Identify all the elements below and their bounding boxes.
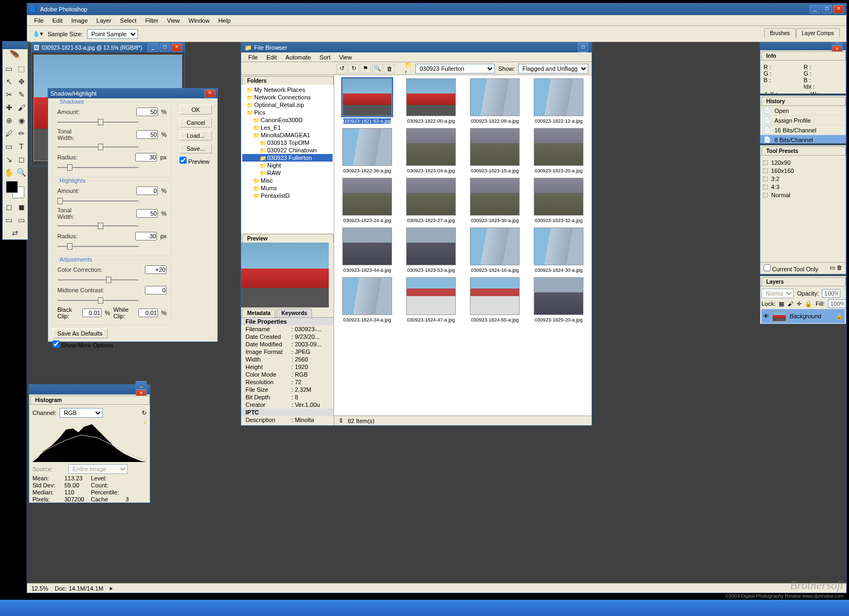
up-folder-icon[interactable]: 📁↑: [404, 62, 412, 75]
thumbnail[interactable]: 030923-1822-36-a.jpg: [336, 127, 398, 175]
lock-all-icon[interactable]: 🔒: [805, 300, 812, 307]
history-item[interactable]: 📄Assign Profile: [760, 116, 846, 125]
tool-10[interactable]: 🖊: [3, 127, 15, 140]
tree-item[interactable]: Network Connections: [242, 93, 333, 101]
history-item[interactable]: 📄Open: [760, 106, 846, 116]
doc-maximize-button[interactable]: □: [160, 43, 170, 52]
save-as-defaults-button[interactable]: Save As Defaults: [52, 329, 108, 338]
shadow-radius-input[interactable]: [135, 153, 157, 162]
tool-3[interactable]: ✥: [15, 75, 28, 88]
color-correction-input[interactable]: [145, 265, 167, 274]
menu-view[interactable]: View: [163, 16, 184, 25]
app-titlebar[interactable]: 🟦 Adobe Photoshop _ □ ×: [27, 3, 846, 15]
tree-item[interactable]: 030923 Fullerton: [242, 154, 333, 162]
tool-8[interactable]: ⊕: [3, 114, 15, 127]
thumbnail[interactable]: 030923-1824-16-a.jpg: [464, 226, 526, 274]
fb-expand-icon[interactable]: ⇕: [339, 417, 343, 424]
close-button[interactable]: ×: [833, 5, 844, 14]
fb-menu-file[interactable]: File: [244, 53, 262, 62]
lock-move-icon[interactable]: ✛: [797, 300, 801, 307]
shadow-tonal-slider[interactable]: [57, 142, 138, 152]
highlight-amount-slider[interactable]: [57, 196, 138, 206]
tool-2[interactable]: ↖: [3, 75, 15, 88]
thumbnail[interactable]: 030923-1823-53-a.jpg: [400, 226, 462, 274]
quickmask-off-icon[interactable]: ◻: [3, 200, 15, 213]
thumbnail[interactable]: 030923-1823-44-a.jpg: [336, 226, 398, 274]
jump-to-icon[interactable]: ⇄: [3, 226, 28, 239]
zoom-level[interactable]: 12.5%: [31, 585, 48, 592]
tree-item[interactable]: Mums: [242, 184, 333, 192]
thumbnail[interactable]: 030923-1824-30-a.jpg: [528, 226, 589, 274]
thumbnail[interactable]: 030923-1823-24-a.jpg: [336, 177, 398, 224]
thumbnail[interactable]: 030923-1823-04-a.jpg: [400, 127, 462, 175]
fb-menu-edit[interactable]: Edit: [263, 53, 281, 62]
tree-item[interactable]: Night: [242, 162, 333, 169]
screenmode-2-icon[interactable]: ▭: [15, 213, 28, 226]
preset-item[interactable]: ⬚ 4:3: [762, 183, 844, 190]
thumbnail[interactable]: 030923-1824-34-a.jpg: [336, 276, 398, 324]
thumbnail[interactable]: 030923-1823-20-a.jpg: [528, 127, 589, 175]
visibility-icon[interactable]: 👁: [763, 313, 769, 319]
tool-16[interactable]: ✋: [3, 166, 15, 179]
filebrowser-titlebar[interactable]: 📁 File Browser _ □ ×: [241, 43, 592, 52]
keywords-tab[interactable]: Keywords: [276, 309, 312, 317]
status-menu-icon[interactable]: ▸: [110, 585, 113, 592]
metadata-tab[interactable]: Metadata: [242, 309, 275, 317]
shadow-amount-slider[interactable]: [57, 117, 138, 127]
folder-tree[interactable]: My Network PlacesNetwork ConnectionsOpti…: [241, 85, 334, 233]
rotate-ccw-icon[interactable]: ↺: [336, 64, 347, 73]
toolbox-header[interactable]: [3, 42, 28, 49]
midtone-contrast-slider[interactable]: [57, 296, 138, 305]
foreground-color[interactable]: [6, 181, 18, 193]
taskbar[interactable]: [0, 600, 849, 616]
highlight-radius-input[interactable]: [135, 232, 157, 240]
quickmask-on-icon[interactable]: ◼: [15, 200, 28, 213]
trash-icon[interactable]: 🗑: [384, 64, 395, 73]
tool-7[interactable]: 🖌: [15, 101, 28, 114]
show-more-options-checkbox[interactable]: [52, 340, 59, 347]
blackclip-input[interactable]: [82, 309, 102, 317]
load-button[interactable]: Load...: [180, 131, 212, 140]
tool-17[interactable]: 🔍: [15, 166, 28, 179]
color-correction-slider[interactable]: [57, 275, 138, 285]
tree-item[interactable]: Pics: [242, 109, 333, 116]
tree-item[interactable]: My Network Places: [242, 86, 333, 93]
menu-edit[interactable]: Edit: [49, 16, 67, 25]
thumbnail[interactable]: 030923-1822-12-a.jpg: [528, 77, 589, 125]
fb-menu-view[interactable]: View: [335, 53, 356, 62]
histogram-titlebar[interactable]: _×: [29, 385, 150, 394]
thumbnail[interactable]: 030923-1823-27-a.jpg: [400, 177, 462, 224]
iptc-header[interactable]: IPTC: [246, 409, 259, 416]
thumbnail[interactable]: 030923-1823-15-a.jpg: [464, 127, 526, 175]
histogram-tab[interactable]: Histogram: [30, 396, 150, 404]
preview-checkbox[interactable]: [180, 157, 187, 164]
tool-4[interactable]: ✂: [3, 88, 15, 101]
dialog-close-button[interactable]: ×: [204, 89, 215, 98]
dialog-titlebar[interactable]: Shadow/Highlight ×: [48, 89, 217, 98]
tool-5[interactable]: ✎: [15, 88, 28, 101]
screenmode-1-icon[interactable]: ▭: [3, 213, 15, 226]
tree-item[interactable]: CanonEos300D: [242, 116, 333, 124]
menu-layer[interactable]: Layer: [92, 16, 115, 25]
tree-item[interactable]: PentaxIstD: [242, 192, 333, 199]
cancel-button[interactable]: Cancel: [180, 118, 212, 128]
fb-menu-sort[interactable]: Sort: [316, 53, 334, 62]
tool-0[interactable]: ▭: [3, 62, 15, 75]
save-button[interactable]: Save...: [180, 144, 212, 153]
preset-item[interactable]: ⬚ 120x90: [762, 159, 844, 166]
shadow-tonal-input[interactable]: [136, 130, 158, 139]
sample-size-select[interactable]: Point Sample: [87, 29, 138, 39]
thumbnail[interactable]: 030923-1824-55-a.jpg: [464, 276, 526, 324]
color-swatches[interactable]: [3, 179, 28, 200]
thumbnail[interactable]: 030923-1822-08-a.jpg: [464, 77, 526, 125]
preset-item[interactable]: ⬚ Normal: [762, 191, 844, 198]
path-select[interactable]: 030923 Fullerton: [415, 64, 495, 73]
layer-row[interactable]: 👁 Background 🔒: [761, 309, 845, 323]
tool-9[interactable]: ◉: [15, 114, 28, 127]
doc-close-button[interactable]: ×: [171, 43, 182, 52]
tool-13[interactable]: T: [15, 140, 28, 153]
layers-tab[interactable]: Layers: [761, 277, 846, 286]
preset-item[interactable]: ⬚ 160x160: [762, 167, 844, 174]
menu-window[interactable]: Window: [185, 16, 214, 25]
folders-tab[interactable]: Folders: [242, 76, 334, 85]
